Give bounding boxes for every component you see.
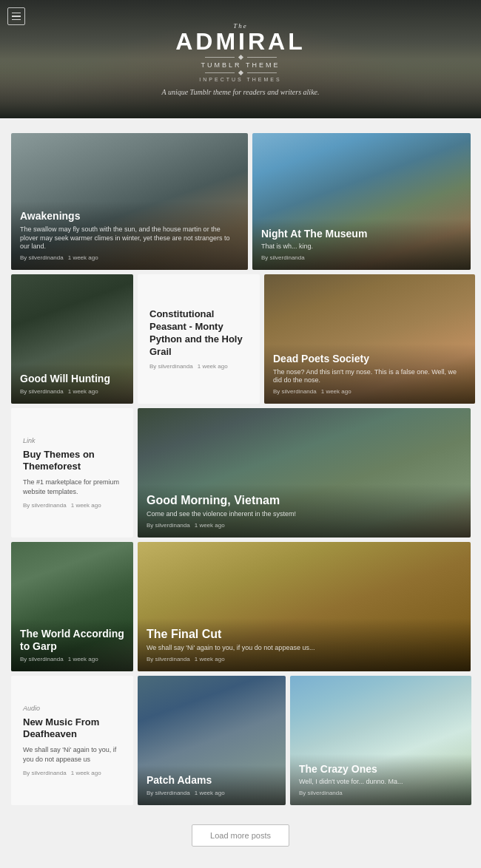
card-author: By silverdinanda [273,388,317,395]
card-overlay: Good Will Hunting By silverdinanda 1 wee… [11,364,133,404]
grid-row-2: Good Will Hunting By silverdinanda 1 wee… [11,274,470,404]
card-world-garp[interactable]: The World According to Garp By silverdin… [11,542,133,671]
card-meta: By silverdinanda 1 week ago [20,388,124,395]
card-desc: We shall say 'Ni' again to you, if you d… [23,745,121,764]
card-new-music[interactable]: Audio New Music From Deafheaven We shall… [11,676,133,805]
card-good-morning[interactable]: Good Morning, Vietnam Come and see the v… [138,408,471,538]
card-author: By silverdinanda [20,656,64,662]
card-desc: Come and see the violence inherent in th… [147,510,462,519]
menu-button[interactable] [7,7,25,25]
card-overlay: Awakenings The swallow may fly south wit… [11,201,248,270]
card-author: By silverdinanda [23,770,67,776]
card-overlay: The World According to Garp By silverdin… [11,619,133,671]
logo-divider [175,55,306,59]
card-title: Good Will Hunting [20,373,124,385]
site-logo: The ADMIRAL TUMBLR THEME INPECTUS THEMES [175,22,306,82]
card-title: The Crazy Ones [299,763,462,776]
card-time: 1 week ago [198,363,228,370]
load-more-section: Load more posts [11,810,470,865]
card-meta: By silverdinanda 1 week ago [147,656,462,662]
card-meta: By silverdinanda 1 week ago [23,502,121,509]
card-title: The World According to Garp [20,628,124,653]
card-author: By silverdinanda [23,502,67,509]
card-label: Audio [23,705,121,712]
grid-row-1: Awakenings The swallow may fly south wit… [11,133,470,270]
card-night-museum[interactable]: Night At The Museum That is wh... king. … [252,133,471,270]
card-overlay: Dead Poets Society The nose? And this is… [264,344,475,404]
card-meta: By silverdinanda 1 week ago [147,790,277,796]
card-author: By silverdinanda [147,790,190,796]
card-final-cut[interactable]: The Final Cut We shall say 'Ni' again to… [138,542,471,671]
card-title: New Music From Deafheaven [23,716,121,742]
site-header: The ADMIRAL TUMBLR THEME INPECTUS THEMES… [0,0,481,118]
card-dead-poets[interactable]: Dead Poets Society The nose? And this is… [264,274,475,404]
header-subtitle: A unique Tumblr theme for readers and wr… [161,88,319,96]
card-desc: The nose? And this isn't my nose. This i… [273,368,466,385]
card-crazy-ones[interactable]: The Crazy Ones Well, I didn't vote for..… [290,676,471,805]
logo-inpectus: INPECTUS THEMES [175,77,306,82]
card-meta: By silverdinanda 1 week ago [20,656,124,662]
logo-tumblr-theme: TUMBLR THEME [175,61,306,69]
card-time: 1 week ago [68,254,98,261]
card-author: By silverdinanda [20,388,64,395]
card-time: 1 week ago [71,770,101,776]
main-content: Awakenings The swallow may fly south wit… [0,118,481,868]
card-time: 1 week ago [71,502,101,509]
card-title: Night At The Museum [261,228,462,240]
card-title: Awakenings [20,210,239,223]
card-meta: By silverdinanda 1 week ago [273,388,466,395]
card-title: Constitutional Peasant - Monty Python an… [149,308,248,359]
card-good-will[interactable]: Good Will Hunting By silverdinanda 1 wee… [11,274,133,404]
card-title: Dead Poets Society [273,353,466,365]
grid-row-3: Link Buy Themes on Themeforest The #1 ma… [11,408,470,538]
card-time: 1 week ago [68,656,98,662]
card-author: By silverdinanda [147,656,190,662]
card-meta: By silverdinanda 1 week ago [149,363,248,370]
card-meta: By silverdinanda [261,254,462,261]
card-overlay: Night At The Museum That is wh... king. … [252,219,471,270]
card-time: 1 week ago [321,388,352,395]
load-more-button[interactable]: Load more posts [192,824,289,847]
card-buy-themes[interactable]: Link Buy Themes on Themeforest The #1 ma… [11,408,133,538]
card-meta: By silverdinanda 1 week ago [147,522,462,529]
card-overlay: The Crazy Ones Well, I didn't vote for..… [290,754,471,805]
card-time: 1 week ago [195,656,225,662]
grid-row-4: The World According to Garp By silverdin… [11,542,470,671]
grid-row-5: Audio New Music From Deafheaven We shall… [11,676,470,805]
logo-the: The [175,22,306,30]
card-desc: We shall say 'Ni' again to you, if you d… [147,644,462,653]
card-desc: That is wh... king. [261,243,462,251]
card-title: The Final Cut [147,627,462,641]
card-time: 1 week ago [195,522,225,529]
card-desc: The #1 marketplace for premium website t… [23,478,121,496]
logo-divider2 [175,71,306,75]
card-meta: By silverdinanda [299,790,462,796]
hamburger-icon [12,13,21,21]
card-meta: By silverdinanda 1 week ago [20,254,239,261]
card-author: By silverdinanda [20,254,64,261]
card-author: By silverdinanda [299,790,343,796]
card-time: 1 week ago [68,388,98,395]
card-author: By silverdinanda [261,254,305,261]
card-awakenings[interactable]: Awakenings The swallow may fly south wit… [11,133,248,270]
card-overlay: The Final Cut We shall say 'Ni' again to… [138,618,471,671]
card-constitutional[interactable]: Constitutional Peasant - Monty Python an… [138,274,260,404]
card-desc: The swallow may fly south with the sun, … [20,226,239,251]
card-label: Link [23,437,121,444]
card-overlay: Good Morning, Vietnam Come and see the v… [138,484,471,538]
card-time: 1 week ago [195,790,225,796]
card-overlay: Patch Adams By silverdinanda 1 week ago [138,765,286,805]
card-title: Buy Themes on Themeforest [23,449,121,474]
card-author: By silverdinanda [147,522,190,529]
card-desc: Well, I didn't vote for... dunno. Ma... [299,778,462,787]
card-title: Patch Adams [147,774,277,787]
card-title: Good Morning, Vietnam [147,493,462,507]
card-patch-adams[interactable]: Patch Adams By silverdinanda 1 week ago [138,676,286,805]
card-author: By silverdinanda [149,363,193,370]
logo-admiral: ADMIRAL [175,30,306,53]
card-meta: By silverdinanda 1 week ago [23,770,121,776]
